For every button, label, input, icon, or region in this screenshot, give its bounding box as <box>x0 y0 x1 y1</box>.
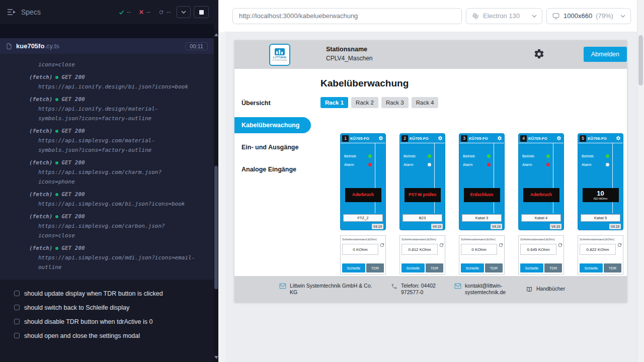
footer-email[interactable]: kontakt@littwin-systemtechnik.de <box>454 283 513 296</box>
tdr-button[interactable]: TDR <box>426 263 443 273</box>
resistance-panel: Schleifenwiderstand [kOhm] 0.645 KOhm Sc… <box>518 235 564 275</box>
test-title: should update display when TDR button is… <box>24 290 163 298</box>
test-stats: -- -- -- <box>119 9 171 16</box>
firmware-version: V4.19 <box>372 224 383 229</box>
betrieb-label: Betrieb <box>463 154 475 158</box>
status-dot-icon <box>55 76 58 79</box>
device-model: KÜ706-FO <box>588 136 607 141</box>
request-status: GET 200 <box>61 72 85 82</box>
refresh-icon[interactable] <box>379 242 385 248</box>
device-model: KÜ705-FO <box>410 136 429 141</box>
network-log-entry[interactable]: (fetch)GET 200 https://api.simplesvg.com… <box>0 126 214 155</box>
schleife-button[interactable]: Schleife <box>342 263 365 273</box>
device-settings-icon[interactable] <box>556 136 561 141</box>
network-log-entry[interactable]: (fetch)GET 200 https://api.iconify.desig… <box>0 72 214 92</box>
refresh-icon[interactable] <box>617 242 622 248</box>
network-log-entry[interactable]: (fetch)GET 200 https://api.simplesvg.com… <box>0 243 214 272</box>
page-scrollbar[interactable] <box>637 0 644 362</box>
network-log-entry[interactable]: (fetch)GET 200 https://api.iconify.desig… <box>0 95 214 123</box>
panel-resizer[interactable] <box>218 0 225 362</box>
schleife-button[interactable]: Schleife <box>461 263 484 273</box>
network-log-entry[interactable]: (fetch)GET 200 https://api.simplesvg.com… <box>0 190 214 209</box>
device-number: 1 <box>342 135 349 142</box>
spec-timer: 00:11 <box>185 42 208 50</box>
schleife-button[interactable]: Schleife <box>520 263 543 273</box>
command-log[interactable]: icons=close (fetch)GET 200 https://api.i… <box>0 54 214 280</box>
specs-toggle-icon[interactable] <box>7 9 16 16</box>
settings-gear-icon[interactable] <box>533 48 545 62</box>
network-log-entry[interactable]: (fetch)GET 200 https://api.simplesvg.com… <box>0 212 214 240</box>
tab-rack-2[interactable]: Rack 2 <box>351 97 378 108</box>
url-input[interactable] <box>232 8 462 24</box>
collapse-button[interactable] <box>177 6 191 18</box>
scrollbar-thumb[interactable] <box>214 166 218 289</box>
schleife-button[interactable]: Schleife <box>580 263 603 273</box>
resistance-panel: Schleifenwiderstand [kOhm] 0 KOhm Schlei… <box>459 235 505 275</box>
station-label: Stationsname <box>326 46 373 53</box>
tdr-button[interactable]: TDR <box>366 263 384 273</box>
tab-rack-3[interactable]: Rack 3 <box>381 97 409 108</box>
spec-name[interactable]: kue705fo <box>16 42 44 50</box>
resistance-label: Schleifenwiderstand [kOhm] <box>459 236 504 241</box>
nav-item-kabelueberwachung[interactable]: Kabelüberwachung <box>234 117 311 133</box>
device-model: KÜ705-FO <box>469 136 488 141</box>
sidebar-nav: Übersicht Kabelüberwachung Ein- und Ausg… <box>234 69 311 276</box>
test-item[interactable]: should switch back to Schleife display <box>0 301 214 315</box>
runner-scrollbar[interactable] <box>214 30 218 362</box>
resistance-value: 0 KOhm <box>342 244 378 255</box>
refresh-icon[interactable] <box>557 242 563 248</box>
stop-button[interactable] <box>194 6 209 18</box>
alarm-led <box>487 163 491 166</box>
browser-select[interactable]: Electron 130 <box>466 8 542 24</box>
scroll-down-icon[interactable] <box>214 356 218 359</box>
device-number: 3 <box>461 135 467 142</box>
scrollbar-thumb[interactable] <box>638 35 643 85</box>
tdr-button[interactable]: TDR <box>544 263 562 273</box>
alarm-led <box>546 163 550 166</box>
tdr-button[interactable]: TDR <box>604 263 621 273</box>
tdr-button[interactable]: TDR <box>485 263 503 273</box>
tab-rack-4[interactable]: Rack 4 <box>412 97 439 108</box>
status-dot-icon <box>55 161 58 164</box>
scroll-up-icon[interactable] <box>214 33 218 36</box>
device-number: 5 <box>580 135 586 142</box>
alarm-message-box: Aderbruch <box>523 188 559 202</box>
divider <box>434 143 435 213</box>
refresh-icon[interactable] <box>439 242 444 248</box>
betrieb-led <box>428 154 431 158</box>
nav-item-uebersicht[interactable]: Übersicht <box>234 95 311 111</box>
request-url-line: icons=phone <box>0 177 214 187</box>
device-settings-icon[interactable] <box>616 136 621 141</box>
device-number: 2 <box>401 135 408 142</box>
footer-manuals[interactable]: Handbücher <box>526 286 565 293</box>
device-panel: 2 KÜ705-FO Betrieb Alarm PST-M prüfen B2… <box>399 133 445 230</box>
test-title: should disable TDR button when tdrActive… <box>24 318 152 326</box>
logout-button[interactable]: Abmelden <box>584 47 627 62</box>
status-dot-icon <box>55 98 58 101</box>
schleife-button[interactable]: Schleife <box>401 263 425 273</box>
betrieb-led <box>368 154 372 158</box>
test-item[interactable]: should open and close the settings modal <box>0 329 214 343</box>
viewport-select[interactable]: 1000x660 (79%) <box>546 8 631 24</box>
tab-rack-1[interactable]: Rack 1 <box>320 97 348 108</box>
request-status: GET 200 <box>61 212 85 221</box>
status-dot-icon <box>55 193 58 196</box>
test-pending-icon <box>14 333 20 338</box>
device-settings-icon[interactable] <box>378 136 383 141</box>
main-content: Kabelüberwachung Rack 1 Rack 2 Rack 3 Ra… <box>311 69 627 276</box>
specs-label[interactable]: Specs <box>21 8 41 16</box>
test-item[interactable]: should disable TDR button when tdrActive… <box>0 315 214 329</box>
resistance-value: 0.822 KOhm <box>580 244 616 255</box>
refresh-icon[interactable] <box>498 242 504 248</box>
device-settings-icon[interactable] <box>497 136 502 141</box>
divider <box>494 143 494 213</box>
nav-item-analoge-eingaenge[interactable]: Analoge Eingänge <box>234 161 311 177</box>
nav-item-ein-ausgaenge[interactable]: Ein- und Ausgänge <box>234 139 311 155</box>
alarm-label: Alarm <box>404 162 414 167</box>
test-item[interactable]: should update display when TDR button is… <box>0 287 214 301</box>
network-log-entry[interactable]: (fetch)GET 200 https://api.simplesvg.com… <box>0 158 214 187</box>
cypress-runner-panel: Specs -- -- -- kue705fo.cy.ts 00:11 <box>0 0 218 362</box>
device-settings-icon[interactable] <box>438 136 443 141</box>
alarm-led <box>606 163 609 166</box>
device-panel: 4 KÜ705-FO Betrieb Alarm Aderbruch Kabel… <box>518 133 564 230</box>
